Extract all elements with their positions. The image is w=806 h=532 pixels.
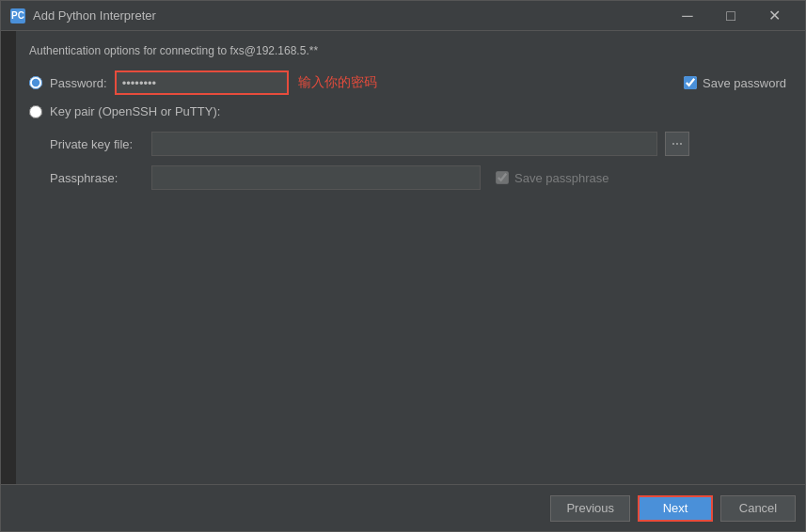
- app-icon: PC: [10, 8, 25, 23]
- save-passphrase-label: Save passphrase: [514, 171, 608, 185]
- keypair-radio[interactable]: [29, 105, 42, 118]
- passphrase-input[interactable]: [151, 165, 481, 190]
- next-button[interactable]: Next: [638, 495, 713, 522]
- save-passphrase-group: Save passphrase: [496, 171, 608, 185]
- browse-icon: ⋯: [672, 137, 683, 150]
- maximize-button[interactable]: □: [709, 1, 752, 31]
- passphrase-label: Passphrase:: [50, 171, 144, 185]
- auth-subtitle: Authentication options for connecting to…: [29, 44, 786, 57]
- password-hint: 输入你的密码: [298, 74, 377, 91]
- private-key-label: Private key file:: [50, 137, 144, 151]
- private-key-input[interactable]: [151, 132, 657, 156]
- title-bar: PC Add Python Interpreter ─ □ ✕: [1, 1, 805, 31]
- password-input[interactable]: [115, 70, 289, 95]
- browse-button[interactable]: ⋯: [665, 132, 689, 156]
- cancel-button[interactable]: Cancel: [720, 495, 796, 522]
- passphrase-row: Passphrase: Save passphrase: [50, 165, 786, 190]
- save-password-checkbox[interactable]: [684, 76, 697, 89]
- save-passphrase-checkbox[interactable]: [496, 171, 509, 184]
- bottom-bar: Previous Next Cancel: [1, 484, 805, 531]
- password-row: Password: 输入你的密码 Save password: [29, 70, 786, 95]
- password-radio-label: Password:: [50, 76, 107, 90]
- dialog-title: Add Python Interpreter: [33, 8, 666, 23]
- password-field-group: 输入你的密码: [115, 70, 676, 95]
- sidebar: [1, 31, 16, 484]
- dialog-window: PC Add Python Interpreter ─ □ ✕ Authenti…: [0, 0, 806, 532]
- password-radio[interactable]: [29, 76, 42, 89]
- keypair-fields: Private key file: ⋯ Passphrase: Save pas…: [50, 132, 786, 190]
- close-button[interactable]: ✕: [752, 1, 796, 31]
- keypair-radio-label: Key pair (OpenSSH or PuTTY):: [50, 104, 220, 118]
- previous-button[interactable]: Previous: [550, 495, 630, 522]
- window-controls: ─ □ ✕: [666, 1, 796, 31]
- auth-form: Password: 输入你的密码 Save password Key pair …: [29, 70, 786, 190]
- main-content: Authentication options for connecting to…: [16, 31, 805, 484]
- private-key-row: Private key file: ⋯: [50, 132, 786, 156]
- minimize-button[interactable]: ─: [666, 1, 709, 31]
- save-password-group: Save password: [684, 76, 786, 90]
- save-password-label: Save password: [703, 76, 786, 90]
- keypair-row: Key pair (OpenSSH or PuTTY):: [29, 104, 786, 118]
